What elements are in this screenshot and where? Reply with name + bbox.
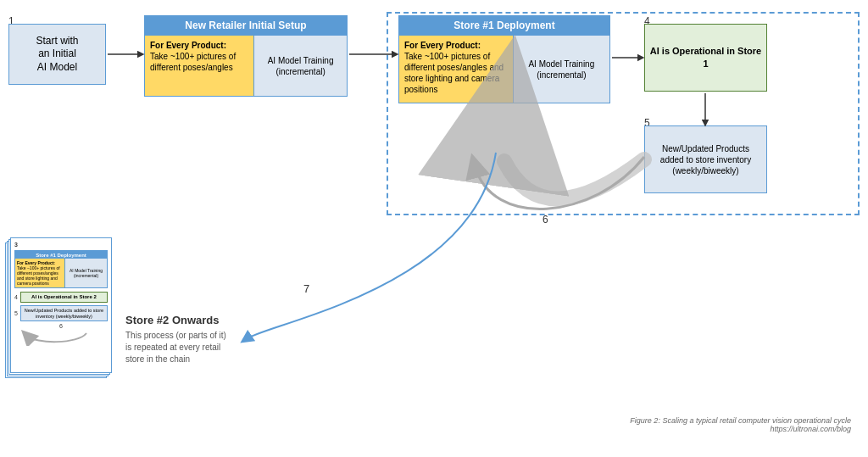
step3-left: For Every Product: Take ~100+ pictures o… <box>399 36 513 103</box>
diagram-container: 1 Start with an Initial AI Model 2 New R… <box>0 0 868 457</box>
step3-left-heading: For Every Product: <box>404 41 481 50</box>
store2-subtitle: This process (or parts of it) is repeate… <box>125 330 346 365</box>
mini-num5: 5 <box>14 310 18 316</box>
mini-step3-left: For Every Product: Take ~100+ pictures o… <box>15 259 64 287</box>
mini-step3-right: AI Model Training (incremental) <box>64 259 107 287</box>
step2-box: New Retailer Initial Setup For Every Pro… <box>144 15 348 97</box>
step2-left: For Every Product: Take ~100+ pictures o… <box>145 36 253 96</box>
step3-title: Store #1 Deployment <box>398 15 610 36</box>
caption: Figure 2: Scaling a typical retail compu… <box>630 416 851 433</box>
step3-box: Store #1 Deployment For Every Product: T… <box>398 15 610 103</box>
caption-line1: Figure 2: Scaling a typical retail compu… <box>630 416 851 425</box>
mini-row-4-5: 4 AI is Operational in Store 2 <box>14 292 108 303</box>
step2-left-body: Take ~100+ pictures of different poses/a… <box>150 52 236 72</box>
mini-box5: New/Updated Products added to store inve… <box>20 305 108 321</box>
step2-title: New Retailer Initial Setup <box>144 15 348 36</box>
mini-arrow-svg <box>19 329 103 346</box>
caption-line2: https://ultronai.com/blog <box>630 425 851 433</box>
step5-label: New/Updated Products added to store inve… <box>649 143 762 176</box>
svg-text:7: 7 <box>303 282 309 295</box>
mini-step3-num: 3 <box>14 242 108 248</box>
step3-right: AI Model Training (incremental) <box>513 36 609 103</box>
step1-label: Start with an Initial AI Model <box>36 35 78 75</box>
step2-left-heading: For Every Product: <box>150 41 226 50</box>
mini-num4: 4 <box>14 294 18 300</box>
step2-body: For Every Product: Take ~100+ pictures o… <box>144 36 348 97</box>
mini-step3-title: Store #1 Deployment <box>15 251 107 259</box>
step3-left-body: Take ~100+ pictures of different poses/a… <box>404 52 504 94</box>
mini-box4: AI is Operational in Store 2 <box>20 292 108 303</box>
step4-label: AI is Operational in Store 1 <box>649 45 762 71</box>
step2-right: AI Model Training (incremental) <box>253 36 347 96</box>
step3-body: For Every Product: Take ~100+ pictures o… <box>398 36 610 103</box>
step4-box: AI is Operational in Store 1 <box>644 24 767 92</box>
mini-step3-box: Store #1 Deployment For Every Product: T… <box>14 250 108 288</box>
step-num-6: 6 <box>542 214 548 226</box>
step1-box: Start with an Initial AI Model <box>8 24 106 85</box>
mini-row-5: 5 New/Updated Products added to store in… <box>14 305 108 321</box>
mini-left-text: Take ~100+ pictures of different poses/a… <box>17 265 60 286</box>
mini-step3-body: For Every Product: Take ~100+ pictures o… <box>15 259 107 287</box>
mini-front-diagram: 3 Store #1 Deployment For Every Product:… <box>10 237 112 373</box>
store2-title: Store #2 Onwards <box>125 314 346 326</box>
step5-box: New/Updated Products added to store inve… <box>644 125 767 193</box>
store2-section: Store #2 Onwards This process (or parts … <box>125 314 346 365</box>
mini-num6: 6 <box>14 323 108 329</box>
